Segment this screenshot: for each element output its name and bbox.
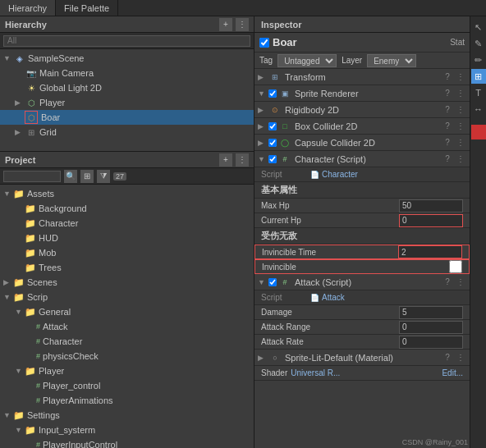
script-icon-playerinput1: # [36,441,40,448]
folder-inputsystem[interactable]: ▼ 📁 Input_systerm [0,423,254,437]
script-physicscheck[interactable]: ▶ # physicsCheck [0,349,254,363]
rigidbody-menu-btn[interactable]: ⋮ [455,104,466,116]
component-transform[interactable]: ▶ ⊞ Transform ? ⋮ [254,69,470,85]
component-box-collider[interactable]: ▶ □ Box Collider 2D ? ⋮ [254,118,470,135]
char-script-checkbox[interactable] [268,155,277,163]
tree-item-boar[interactable]: ▶ ⬡ Boar [0,110,254,125]
project-title: Project [5,155,219,165]
box-collider-checkbox[interactable] [268,122,277,130]
edit-label: Edit... [442,368,463,377]
tree-item-player[interactable]: ▶ ⬡ Player [0,95,254,110]
folder-scrip[interactable]: ▼ 📁 Scrip [0,290,254,304]
tree-item-grid[interactable]: ▶ ⊞ Grid [0,125,254,139]
color-red-swatch[interactable] [471,125,486,139]
script-icon-character: # [36,337,40,345]
prop-range-input[interactable] [399,321,463,334]
prop-attack-rate: Attack Rate [254,335,470,350]
script-character[interactable]: ▶ # Character [0,334,254,349]
tag-select[interactable]: Untagged [277,54,337,67]
object-header: Boar Stat [254,33,470,53]
tool-pen[interactable]: ✎ [471,36,486,51]
right-toolbar: ↖ ✎ ✏ ⊞ T ↔ [470,16,486,448]
attack-info-btn[interactable]: ? [442,277,453,288]
tree-item-maincamera[interactable]: ▶ 📷 Main Camera [0,66,254,80]
box-collider-info-btn[interactable]: ? [442,121,453,132]
project-filter-btn[interactable]: ⊞ [80,170,94,183]
tree-arrow-player: ▶ [15,98,25,107]
prop-maxhp-input[interactable] [399,199,463,213]
material-info-btn[interactable]: ? [442,352,453,363]
folder-assets[interactable]: ▼ 📁 Assets [0,186,254,201]
folder-scenes[interactable]: ▶ 📁 Scenes [0,275,254,290]
attack-checkbox[interactable] [268,278,277,286]
tab-hierarchy[interactable]: Hierarchy [0,0,56,16]
material-menu-btn[interactable]: ⋮ [455,352,466,363]
capsule-menu-btn[interactable]: ⋮ [455,137,466,149]
hierarchy-add-btn[interactable]: + [219,18,232,31]
project-add-btn[interactable]: + [219,153,232,167]
transform-info-btn[interactable]: ? [442,71,453,83]
script-icon-playeranimations: # [36,396,40,405]
capsule-checkbox[interactable] [268,139,277,147]
folder-trees[interactable]: ▶ 📁 Trees [0,260,254,275]
folder-player[interactable]: ▼ 📁 Player [0,363,254,378]
folder-icon-player: 📁 [25,366,36,377]
script-playerinput1[interactable]: ▶ # PlayerInputControl [0,437,254,448]
component-sprite-renderer[interactable]: ▼ ▣ Sprite Renderer ? ⋮ [254,85,470,102]
tool-rect[interactable]: ⊞ [471,69,486,84]
scene-icon: ◈ [13,52,26,65]
hierarchy-search-input[interactable] [3,35,250,47]
folder-background[interactable]: ▶ 📁 Background [0,201,254,216]
char-script-info-btn[interactable]: ? [442,153,453,165]
prop-damage-input[interactable] [399,306,463,319]
shader-row: Shader Universal R... Edit... [254,366,470,381]
component-material-header[interactable]: ▶ ○ Sprite-Lit-Default (Material) ? ⋮ [254,350,470,366]
folder-character[interactable]: ▶ 📁 Character [0,216,254,231]
rigidbody-info-btn[interactable]: ? [442,104,453,116]
attack-menu-btn[interactable]: ⋮ [455,277,466,288]
project-search-input[interactable] [3,171,61,182]
capsule-info-btn[interactable]: ? [442,137,453,149]
basic-section-title: 基本属性 [261,184,297,196]
script-playercontrol[interactable]: ▶ # Player_control [0,378,254,393]
project-filter2-btn[interactable]: ⧩ [97,170,110,183]
char-script-menu-btn[interactable]: ⋮ [455,153,466,165]
script-icon-playercontrol: # [36,382,40,390]
capsule-label: Capsule Collider 2D [295,138,442,148]
layer-select[interactable]: Enemy [367,54,416,67]
tool-select[interactable]: ↖ [471,20,486,34]
prop-inv-checkbox[interactable] [449,260,462,273]
tool-arrows[interactable]: ↔ [471,102,486,117]
tree-item-samplescene[interactable]: ▼ ◈ SampleScene [0,51,254,66]
right-content-wrapper: Inspector Boar Stat Tag Untagged Layer [254,16,486,448]
folder-hud[interactable]: ▶ 📁 HUD [0,231,254,245]
component-character-script[interactable]: ▼ # Character (Script) ? ⋮ [254,151,470,167]
script-playeranimations[interactable]: ▶ # PlayerAnimations [0,393,254,408]
component-capsule-collider[interactable]: ▶ ◯ Capsule Collider 2D ? ⋮ [254,135,470,151]
project-search-btn[interactable]: 🔍 [64,170,77,183]
transform-menu-btn[interactable]: ⋮ [455,71,466,83]
tree-label-globallight: Global Light 2D [39,83,102,93]
sprite-menu-btn[interactable]: ⋮ [455,88,466,99]
sprite-checkbox[interactable] [268,89,277,98]
watermark: CSDN @Rainy_001 [402,438,468,446]
hierarchy-menu-btn[interactable]: ⋮ [236,18,249,31]
folder-settings[interactable]: ▼ 📁 Settings [0,408,254,423]
sprite-info-btn[interactable]: ? [442,88,453,99]
component-attack-script[interactable]: ▼ # Attack (Script) ? ⋮ [254,274,470,290]
folder-icon-mob: 📁 [25,248,36,258]
object-active-checkbox[interactable] [259,38,269,48]
tree-item-globallight[interactable]: ▶ ☀ Global Light 2D [0,80,254,95]
component-rigidbody[interactable]: ▶ ⊙ Rigidbody 2D ? ⋮ [254,102,470,118]
prop-currenthp-input[interactable] [399,214,463,227]
script-attack[interactable]: ▶ # Attack [0,319,254,334]
folder-mob[interactable]: ▶ 📁 Mob [0,245,254,260]
folder-general[interactable]: ▼ 📁 General [0,304,254,319]
project-menu-btn[interactable]: ⋮ [236,153,249,167]
prop-rate-input[interactable] [399,336,463,349]
tool-brush[interactable]: ✏ [471,53,486,67]
tool-text[interactable]: T [471,85,486,100]
box-collider-menu-btn[interactable]: ⋮ [455,121,466,132]
tab-filepalette[interactable]: File Palette [56,0,118,16]
prop-invtime-input[interactable] [398,245,462,258]
